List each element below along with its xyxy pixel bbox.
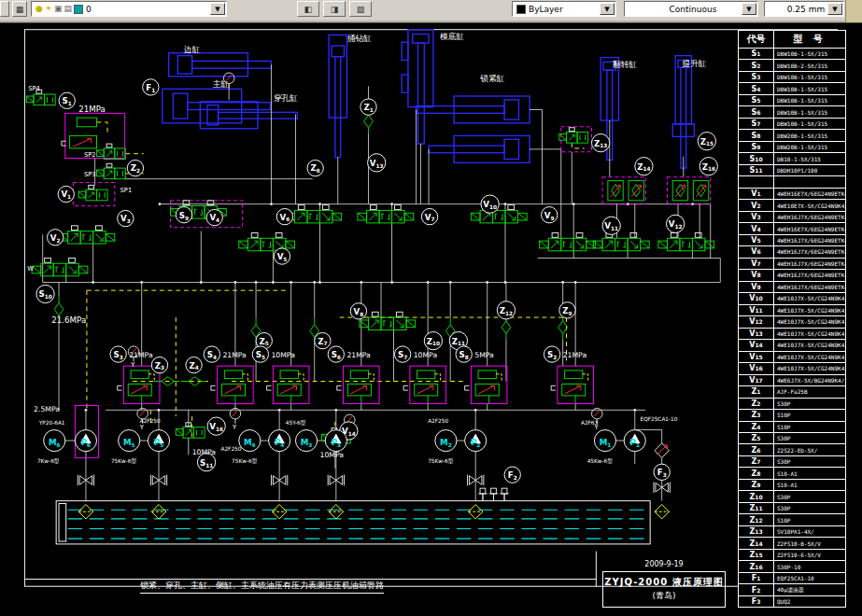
schematic-text: 10MPa [414, 351, 438, 359]
part-model: S30P [774, 491, 845, 501]
component-badge-p3: P3 [325, 430, 346, 452]
schematic-text: 45Kw-6型 [587, 457, 614, 464]
component-badge-v10: V10 [481, 195, 499, 213]
chevron-down-icon[interactable]: ▼ [827, 3, 842, 15]
table-row: V144WE10J7X-5X/CG24N9K4/12 [739, 340, 845, 351]
annotation-texts: 边缸主缸穿孔缸捅钻缸模底缸锁紧缸翻转缸提升缸21MPaSP4SP2SP3SP12… [27, 32, 706, 464]
part-code: V14 [739, 340, 774, 350]
part-model: 4WEH16J7X/6EG24N9ETK4/B10 [774, 235, 845, 245]
component-badge-m1: M1 [594, 430, 615, 452]
linetype-combo[interactable]: Continuous ▼ [624, 1, 758, 17]
part-model: DBW10B-1-5X/315 [774, 83, 845, 93]
component-badge-f1: F1 [143, 79, 159, 95]
part-model: 4WEH16E7X/6EG24N9ETK4 [774, 223, 845, 233]
part-model: S10-A1 [774, 480, 845, 490]
part-code: S9 [739, 142, 774, 152]
part-model: EQF25CA1-10 [774, 573, 845, 583]
component-badge-v6: V6 [276, 208, 292, 224]
part-code: Z3 [739, 410, 774, 420]
chevron-down-icon[interactable]: ▼ [742, 3, 756, 15]
match-properties-button[interactable]: ▨ [349, 1, 372, 17]
cylinder-piercing [200, 102, 297, 129]
part-model: S10-A1 [774, 468, 845, 478]
table-row: S6DBW10B-1-5X/315 [739, 106, 845, 118]
component-badge-v3: V3 [118, 210, 134, 226]
part-model: 4WEH16E7X/6EG24N9ETK4 [774, 189, 845, 199]
component-badge-s2: S2 [544, 346, 559, 362]
component-badge-s3: S3 [110, 346, 126, 362]
schematic-text: SP4 [28, 85, 40, 92]
schematic-text: 21MPa [129, 351, 153, 359]
oil-tank [56, 501, 669, 544]
layer-tool-icon: ◨ [331, 5, 339, 14]
part-code: S1 [739, 49, 774, 59]
schematic-text: Y [593, 424, 599, 431]
table-row: S5DBW10B-1-5X/315 [739, 95, 845, 106]
component-badge-z7: Z7 [315, 332, 331, 348]
table-row: Z10S30P [739, 491, 845, 502]
valve-v9 [540, 232, 596, 250]
relief-block-s8 [465, 366, 507, 403]
table-row: Z9S10-A1 [739, 480, 845, 491]
table-row: S8DBW20B-1-5X/315 [739, 130, 845, 141]
schematic-text: SP3 [84, 171, 96, 178]
part-code: Z4 [739, 422, 774, 432]
component-badge-z13: Z13 [592, 133, 610, 151]
component-badge-z10: Z10 [424, 331, 442, 349]
part-model: 4WE10J7X-5X/CG24N9K4/12 [774, 316, 845, 327]
table-row: S9DBW20B-1-5X/315 [739, 142, 845, 153]
component-badge-m4: M4 [239, 430, 261, 452]
layer-previous-button[interactable]: ◨ [323, 1, 346, 17]
schematic-text: 2.5MPa [34, 405, 60, 413]
component-badge-m3: M3 [295, 430, 317, 452]
part-code: S7 [739, 119, 774, 129]
part-code: V1 [739, 189, 774, 199]
part-model: 4WE10J7X-5X/CG24N9K4/12 [774, 305, 845, 315]
part-code: Z1 [739, 386, 774, 397]
part-model: Z2FS10-B-5X/V [774, 538, 845, 548]
schematic-text: 21.6MPa [51, 315, 86, 325]
piping-layer [43, 64, 721, 500]
cylinder-label: 主缸 [213, 79, 229, 89]
part-model: DBW10B-2-5X/315 [774, 60, 845, 70]
table-row: S7DBW10B-1-5X/315 [739, 119, 845, 130]
pressure-gauge [230, 408, 241, 423]
drawing-note: 锁紧、穿孔、主缸、侧缸、主系统油压有压力表测压压机油箱管路 [140, 580, 384, 594]
cylinder-lift [672, 56, 694, 168]
throttle-check-z14a [608, 181, 623, 201]
chevron-down-icon[interactable]: ▼ [210, 3, 225, 15]
part-model: DBW20B-1-5X/315 [774, 142, 845, 152]
toolbar-edge-button[interactable] [0, 1, 9, 17]
layers-dialog-button[interactable]: ▦ [12, 1, 27, 17]
part-code: Z15 [739, 550, 774, 560]
table-row: F1EQF25CA1-10 [739, 573, 845, 584]
part-code: V17 [739, 375, 774, 385]
part-model: 4WE10E7X-5X/CG24N9K4/12 [774, 200, 845, 210]
part-model: 4WE10J7X-5X/CG24N9K4/12 [774, 329, 845, 339]
part-code: Z14 [739, 538, 774, 548]
schematic-text: SP2 [84, 151, 96, 159]
component-badge-z4: Z4 [186, 357, 202, 372]
part-code: S6 [739, 106, 774, 117]
layer-combo[interactable]: ● ☀ ▣ ▤ 0 ▼ [31, 1, 227, 17]
table-row: V114WE10J7X-5X/CG24N9K4/12 [739, 305, 845, 316]
schematic-text: 45Y-6型 [286, 419, 306, 426]
part-code: F3 [739, 596, 774, 607]
color-combo[interactable]: ByLayer ▼ [512, 1, 616, 17]
cylinder-label: 捅钻缸 [346, 34, 372, 43]
component-badge-v5: V5 [274, 248, 290, 264]
part-code: Z2 [739, 399, 774, 409]
component-badge-s5: S5 [252, 346, 268, 362]
table-row: Z13SV10PA1-4X/ [739, 526, 845, 538]
part-model: DBW20B-1-5X/315 [774, 130, 845, 140]
schematic-text: Y [130, 361, 135, 369]
part-code: Z7 [739, 456, 774, 467]
part-model: DBW10B-1-5X/315 [774, 106, 845, 117]
chevron-down-icon[interactable]: ▼ [600, 3, 615, 15]
part-model: DBW10B-1-5X/315 [774, 72, 845, 82]
make-object-layer-current-button[interactable]: ◧ [297, 1, 319, 17]
cad-application-window: { "toolbar": { "bylayer": "ByLayer", "li… [0, 0, 862, 616]
component-badge-s8: S8 [456, 346, 472, 362]
part-code: Z8 [739, 468, 774, 478]
lineweight-combo[interactable]: 0.25 mm ▼ [764, 1, 844, 17]
